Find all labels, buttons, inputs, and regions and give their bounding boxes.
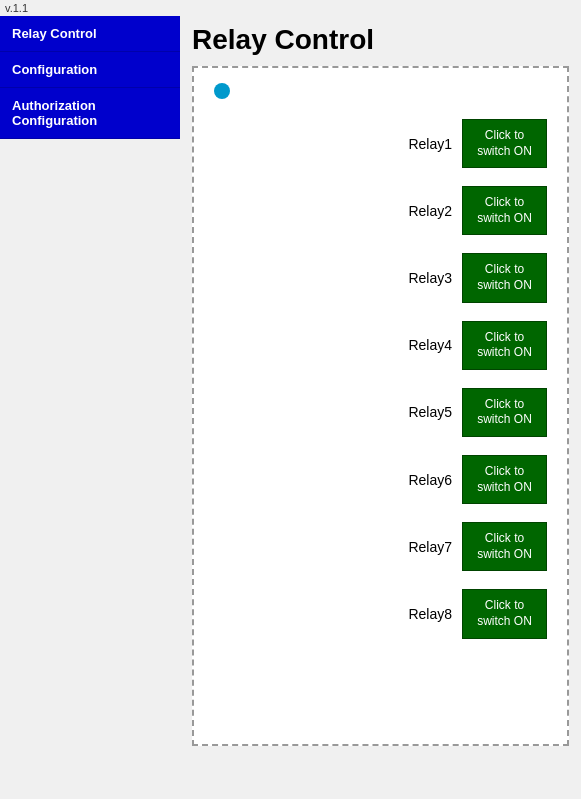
relay-label-relay2: Relay2 — [408, 203, 452, 219]
relay-button-relay3[interactable]: Click to switch ON — [462, 253, 547, 302]
relay-row-relay1: Relay1Click to switch ON — [214, 119, 547, 168]
relay-button-relay4[interactable]: Click to switch ON — [462, 321, 547, 370]
sidebar-item-relay-control[interactable]: Relay Control — [0, 16, 180, 52]
relay-row-relay2: Relay2Click to switch ON — [214, 186, 547, 235]
relay-button-relay7[interactable]: Click to switch ON — [462, 522, 547, 571]
relay-row-relay5: Relay5Click to switch ON — [214, 388, 547, 437]
relay-button-relay8[interactable]: Click to switch ON — [462, 589, 547, 638]
relay-label-relay1: Relay1 — [408, 136, 452, 152]
relay-button-relay1[interactable]: Click to switch ON — [462, 119, 547, 168]
relay-panel: Relay1Click to switch ONRelay2Click to s… — [192, 66, 569, 746]
relay-row-relay4: Relay4Click to switch ON — [214, 321, 547, 370]
relay-label-relay3: Relay3 — [408, 270, 452, 286]
sidebar: Relay ControlConfigurationAuthorization … — [0, 16, 180, 796]
relay-row-relay8: Relay8Click to switch ON — [214, 589, 547, 638]
relay-label-relay6: Relay6 — [408, 472, 452, 488]
sidebar-item-authorization-configuration[interactable]: Authorization Configuration — [0, 88, 180, 139]
relay-label-relay4: Relay4 — [408, 337, 452, 353]
version-label: v.1.1 — [0, 0, 581, 16]
relay-row-relay3: Relay3Click to switch ON — [214, 253, 547, 302]
page-title: Relay Control — [192, 24, 569, 56]
relay-button-relay2[interactable]: Click to switch ON — [462, 186, 547, 235]
relay-button-relay6[interactable]: Click to switch ON — [462, 455, 547, 504]
status-indicator — [214, 83, 230, 99]
main-content: Relay Control Relay1Click to switch ONRe… — [180, 16, 581, 796]
relay-row-relay7: Relay7Click to switch ON — [214, 522, 547, 571]
sidebar-item-configuration[interactable]: Configuration — [0, 52, 180, 88]
relay-button-relay5[interactable]: Click to switch ON — [462, 388, 547, 437]
relay-label-relay8: Relay8 — [408, 606, 452, 622]
relay-label-relay7: Relay7 — [408, 539, 452, 555]
relay-label-relay5: Relay5 — [408, 404, 452, 420]
relay-row-relay6: Relay6Click to switch ON — [214, 455, 547, 504]
